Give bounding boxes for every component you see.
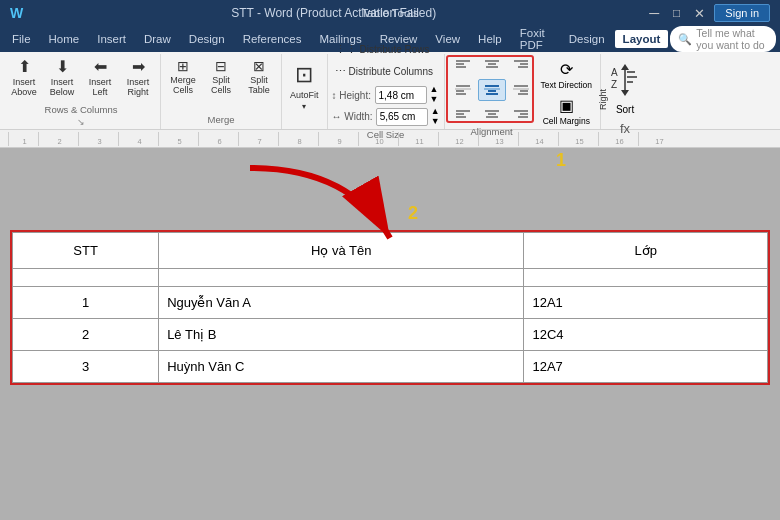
insert-below-icon: ⬇ <box>56 59 69 75</box>
insert-left-button[interactable]: ⬅ InsertLeft <box>82 56 118 100</box>
merge-cells-button[interactable]: ⊞ MergeCells <box>165 56 201 98</box>
svg-rect-24 <box>485 110 499 112</box>
distribute-rows-label: Distribute Rows <box>360 44 430 55</box>
ruler: 1 2 3 4 5 6 7 8 9 10 11 12 13 14 15 16 1… <box>0 130 780 148</box>
insert-above-button[interactable]: ⬆ InsertAbove <box>6 56 42 100</box>
label-2: 2 <box>408 203 418 224</box>
align-top-left[interactable] <box>449 56 477 78</box>
alignment-group: Alignment ⟳ Text Direction ▣ Cell Margin… <box>445 54 602 129</box>
align-top-center[interactable] <box>478 56 506 78</box>
align-middle-center[interactable] <box>478 79 506 101</box>
header-lop: Lớp <box>524 233 768 269</box>
insert-right-button[interactable]: ➡ InsertRight <box>120 56 156 100</box>
ruler-mark-13: 13 <box>478 132 518 146</box>
autofit-dropdown-arrow: ▾ <box>302 102 306 111</box>
cell-ho-ten-1: Nguyễn Văn A <box>159 287 524 319</box>
svg-rect-19 <box>520 90 528 92</box>
cell-margins-button[interactable]: ▣ Cell Margins <box>537 94 597 128</box>
ruler-mark-3: 3 <box>78 132 118 146</box>
align-bottom-right[interactable] <box>507 102 535 124</box>
maximize-icon[interactable]: □ <box>668 6 685 20</box>
ruler-mark-8: 8 <box>278 132 318 146</box>
svg-rect-22 <box>456 113 464 115</box>
split-table-icon: ⊠ <box>253 59 265 73</box>
svg-rect-6 <box>514 60 528 62</box>
ruler-mark-7: 7 <box>238 132 278 146</box>
sort-button[interactable]: A Z Sort <box>607 58 643 119</box>
autofit-icon: ⊡ <box>295 64 313 86</box>
insert-below-button[interactable]: ⬇ InsertBelow <box>44 56 80 100</box>
nav-home[interactable]: Home <box>41 30 88 48</box>
align-bottom-left[interactable] <box>449 102 477 124</box>
svg-rect-18 <box>514 85 528 87</box>
svg-rect-23 <box>456 116 466 118</box>
svg-rect-2 <box>456 66 466 68</box>
svg-rect-16 <box>486 93 498 95</box>
height-input[interactable] <box>375 86 427 104</box>
nav-draw[interactable]: Draw <box>136 30 179 48</box>
width-spin[interactable]: ▲▼ <box>431 107 440 127</box>
svg-rect-13 <box>484 88 500 90</box>
table-row-empty <box>13 269 768 287</box>
height-spin[interactable]: ▲▼ <box>430 85 439 105</box>
merge-label: Merge <box>165 114 277 127</box>
nav-insert[interactable]: Insert <box>89 30 134 48</box>
close-icon[interactable]: ✕ <box>689 6 710 21</box>
nav-design-main[interactable]: Design <box>181 30 233 48</box>
merge-cells-label: MergeCells <box>170 75 196 95</box>
sort-group: A Z Sort fx <box>601 54 649 129</box>
align-top-right[interactable] <box>507 56 535 78</box>
cell-size-group: ⋮⋮ Distribute Rows ⋯ Distribute Columns … <box>328 54 445 129</box>
title-bar: W STT - Word (Product Activation Failed)… <box>0 0 780 26</box>
ruler-mark-4: 4 <box>118 132 158 146</box>
align-extra: ⟳ Text Direction ▣ Cell Margins <box>537 56 597 139</box>
split-cells-icon: ⊟ <box>215 59 227 73</box>
ruler-mark-10: 10 <box>358 132 398 146</box>
merge-group: ⊞ MergeCells ⊟ SplitCells ⊠ SplitTable M… <box>161 54 282 129</box>
nav-layout[interactable]: Layout <box>615 30 669 48</box>
search-icon: 🔍 <box>678 33 692 46</box>
autofit-label: AutoFit <box>290 90 319 100</box>
distribute-rows-button[interactable]: ⋮⋮ Distribute Rows <box>332 41 433 58</box>
split-table-button[interactable]: ⊠ SplitTable <box>241 56 277 98</box>
ribbon-search[interactable]: 🔍 Tell me what you want to do <box>670 26 776 52</box>
sort-icon: A Z <box>611 62 639 104</box>
nav-file[interactable]: File <box>4 30 39 48</box>
sign-in-button[interactable]: Sign in <box>714 4 770 22</box>
cell-lop-2: 12C4 <box>524 319 768 351</box>
cell-stt-3: 3 <box>13 351 159 383</box>
cell-lop-3: 12A7 <box>524 351 768 383</box>
insert-right-icon: ➡ <box>132 59 145 75</box>
rows-cols-expand[interactable]: ↘ <box>77 117 85 127</box>
ruler-inner: 1 2 3 4 5 6 7 8 9 10 11 12 13 14 15 16 1… <box>8 132 780 146</box>
ruler-mark-5: 5 <box>158 132 198 146</box>
nav-references[interactable]: References <box>235 30 310 48</box>
svg-text:A: A <box>611 67 618 78</box>
distribute-rows-icon: ⋮⋮ <box>335 43 357 56</box>
align-middle-right[interactable] <box>507 79 535 101</box>
rows-cols-label: Rows & Columns <box>6 104 156 117</box>
align-bottom-center[interactable] <box>478 102 506 124</box>
svg-rect-27 <box>514 110 528 112</box>
align-middle-left[interactable] <box>449 79 477 101</box>
svg-rect-10 <box>456 85 470 87</box>
cell-ho-ten-3: Huỳnh Văn C <box>159 351 524 383</box>
nav-help[interactable]: Help <box>470 30 510 48</box>
distribute-cols-row: ⋯ Distribute Columns <box>332 63 440 80</box>
nav-foxit[interactable]: Foxit PDF <box>512 24 559 54</box>
autofit-button[interactable]: ⊡ AutoFit ▾ <box>286 56 323 114</box>
split-cells-button[interactable]: ⊟ SplitCells <box>203 56 239 98</box>
svg-text:Z: Z <box>611 79 617 90</box>
cell-stt-1: 1 <box>13 287 159 319</box>
ruler-mark-6: 6 <box>198 132 238 146</box>
nav-design-table[interactable]: Design <box>561 30 613 48</box>
svg-rect-15 <box>488 90 496 92</box>
alignment-inner: Alignment ⟳ Text Direction ▣ Cell Margin… <box>449 56 597 139</box>
search-text: Tell me what you want to do <box>696 27 768 51</box>
cell-margins-label: Cell Margins <box>543 116 590 126</box>
distribute-cols-button[interactable]: ⋯ Distribute Columns <box>332 63 436 80</box>
svg-rect-7 <box>520 63 528 65</box>
text-direction-button[interactable]: ⟳ Text Direction <box>537 58 597 92</box>
width-input[interactable] <box>376 108 428 126</box>
minimize-icon[interactable]: ─ <box>644 5 664 21</box>
